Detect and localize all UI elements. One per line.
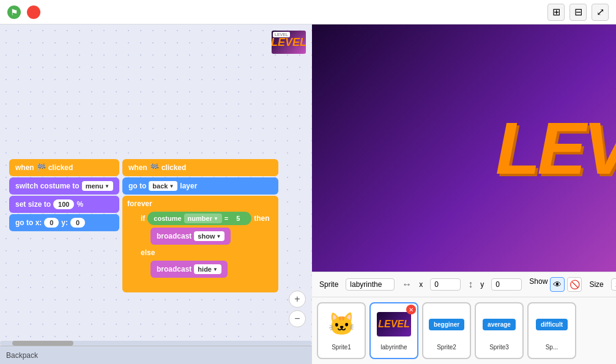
backpack-label: Backpack (6, 351, 38, 360)
sprite-name-sprite1: Sprite1 (332, 344, 351, 351)
x-input[interactable] (430, 278, 461, 291)
sprite-item-sprite4[interactable]: difficult Sp... (527, 302, 576, 359)
layout-button-1[interactable]: ⊞ (547, 4, 565, 21)
level-thumb: LEVEL (377, 312, 411, 336)
equals-label: = (225, 215, 228, 222)
goto-xy-block[interactable]: go to x: 0 y: 0 (9, 214, 119, 231)
script-canvas[interactable]: when 🏁 clicked switch costume to menu se… (0, 24, 312, 364)
if-block[interactable]: if costume number = 5 then (137, 209, 273, 285)
broadcast-hide-block[interactable]: broadcast hide (150, 261, 228, 278)
sprite-thumb-cat: 🐱 (323, 306, 360, 343)
sprite-info-bar: Sprite ↔ x ↕ y Show 👁 🚫 Size Direction (312, 272, 616, 297)
flag-icon-2: 🏁 (150, 163, 159, 172)
y-input[interactable] (491, 278, 522, 291)
sprite-thumb-average: average (481, 306, 518, 343)
level-text: LEVEL (495, 106, 616, 190)
script-group-1: when 🏁 clicked switch costume to menu se… (9, 159, 119, 231)
forever-bottom (127, 285, 273, 292)
forever-block[interactable]: forever if costume number = 5 (122, 196, 278, 292)
hide-dropdown[interactable]: hide (194, 264, 221, 274)
sprite-item-sprite1[interactable]: 🐱 Sprite1 (317, 302, 366, 359)
switch-costume-block[interactable]: switch costume to menu (9, 177, 119, 195)
when-label: when (15, 163, 34, 172)
broadcast-show-block[interactable]: broadcast show (150, 228, 231, 245)
cat-icon: 🐱 (328, 311, 355, 337)
scrollbar-thumb[interactable] (12, 341, 73, 346)
horizontal-scrollbar[interactable] (0, 341, 312, 346)
then-body: broadcast show (150, 225, 270, 247)
condition-label: costume (154, 215, 181, 222)
goto-layer-block[interactable]: go to back layer (122, 177, 278, 195)
sprite-name-sprite2: Sprite2 (437, 344, 456, 351)
top-bar: ⊞ ⊟ ⤢ (0, 0, 616, 24)
y-label: y: (61, 218, 68, 227)
back-dropdown[interactable]: back (149, 181, 177, 191)
costume-dropdown[interactable]: menu (82, 181, 113, 191)
average-thumb: average (483, 319, 516, 330)
size-input[interactable] (611, 278, 616, 291)
show-button[interactable]: 👁 (550, 277, 565, 292)
sprite-panel: 🐱 Sprite1 ✕ LEVEL labyrinthe begginer (312, 297, 616, 364)
top-bar-controls (7, 6, 40, 19)
condition-value[interactable]: 5 (231, 214, 245, 223)
size-value[interactable]: 100 (53, 199, 74, 209)
level-costume-thumb: LEVEL LEVEL (272, 31, 306, 54)
sprite-thumb-difficult: difficult (533, 306, 570, 343)
switch-label: switch costume to (15, 182, 80, 190)
main-layout: when 🏁 clicked switch costume to menu se… (0, 24, 616, 364)
condition-block[interactable]: costume number = 5 (147, 212, 251, 225)
set-size-block[interactable]: set size to 100 % (9, 196, 119, 213)
zoom-in-button[interactable]: + (289, 291, 306, 308)
forever-label: forever (127, 198, 273, 209)
sprite-item-labyrinthe[interactable]: ✕ LEVEL labyrinthe (369, 302, 418, 359)
event-block-1[interactable]: when 🏁 clicked (9, 159, 119, 176)
stop-button[interactable] (27, 6, 40, 19)
sprite-item-sprite3[interactable]: average Sprite3 (475, 302, 524, 359)
zoom-controls: + − (289, 291, 306, 327)
broadcast-label-2: broadcast (157, 265, 191, 273)
sprite-label: Sprite (319, 280, 338, 289)
if-label: if (141, 214, 145, 223)
show-dropdown[interactable]: show (194, 231, 225, 241)
delete-badge[interactable]: ✕ (406, 305, 416, 314)
fullscreen-button[interactable]: ⤢ (592, 4, 609, 21)
sprite-list: 🐱 Sprite1 ✕ LEVEL labyrinthe begginer (312, 297, 616, 364)
sprite-name-sprite3: Sprite3 (489, 344, 509, 351)
sprite-name-input[interactable] (346, 278, 395, 291)
clicked-label-1: clicked (48, 163, 73, 172)
layer-label: layer (180, 182, 197, 190)
else-body: broadcast hide (150, 258, 270, 283)
sprite-name-sprite4: Sp... (546, 344, 558, 351)
condition-dropdown[interactable]: number (184, 214, 222, 223)
percent-label: % (76, 200, 83, 209)
else-label: else (141, 247, 270, 258)
event-block-2[interactable]: when 🏁 clicked (122, 159, 278, 176)
green-flag-button[interactable] (7, 6, 21, 19)
backpack-bar[interactable]: Backpack (0, 346, 312, 364)
script-area: when 🏁 clicked switch costume to menu se… (0, 24, 312, 364)
sprite-name-labyrinthe: labyrinthe (380, 344, 407, 351)
sprite-thumb-beginner: begginer (428, 306, 465, 343)
goto-label: go to (128, 182, 146, 190)
if-row: if costume number = 5 then (141, 212, 270, 225)
size-label: set size to (15, 200, 51, 209)
when-label-2: when (128, 163, 147, 172)
x-label: x (419, 280, 423, 289)
difficult-thumb: difficult (536, 319, 568, 330)
then-label: then (254, 214, 269, 223)
x-value[interactable]: 0 (44, 218, 59, 228)
stage-canvas: 🏠 LEVEL begginer average difficult (312, 24, 616, 272)
layout-button-2[interactable]: ⊟ (570, 4, 587, 21)
broadcast-label-1: broadcast (157, 232, 191, 240)
updown-icon: ↕ (468, 279, 473, 290)
arrow-icon: ↔ (402, 279, 412, 290)
top-bar-right: ⊞ ⊟ ⤢ (547, 4, 609, 21)
level-badge: LEVEL (273, 32, 290, 37)
zoom-out-button[interactable]: − (289, 310, 306, 327)
y-label: y (480, 280, 484, 289)
y-value[interactable]: 0 (70, 218, 85, 228)
visibility-buttons: Show 👁 🚫 (529, 277, 582, 292)
sprite-item-sprite2[interactable]: begginer Sprite2 (422, 302, 471, 359)
size-label-info: Size (589, 280, 603, 289)
hide-button[interactable]: 🚫 (567, 277, 582, 292)
